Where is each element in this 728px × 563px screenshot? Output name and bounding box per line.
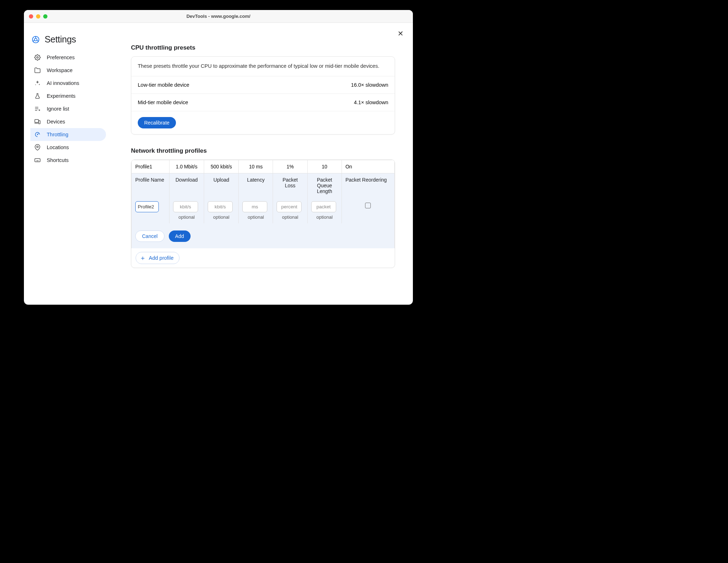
sidebar-item-workspace[interactable]: Workspace xyxy=(30,64,106,77)
pin-icon xyxy=(34,144,41,151)
add-profile-label: Add profile xyxy=(149,255,173,261)
optional-hint: optional xyxy=(173,214,200,220)
sidebar-item-devices[interactable]: Devices xyxy=(30,115,106,128)
cpu-section-title: CPU throttling presets xyxy=(131,44,395,51)
flask-icon xyxy=(34,92,41,100)
sidebar-item-label: Ignore list xyxy=(47,106,69,112)
download-input[interactable] xyxy=(173,201,198,212)
settings-header: Settings xyxy=(30,32,127,51)
svg-point-5 xyxy=(37,57,39,59)
profile-name-input[interactable] xyxy=(135,201,159,212)
preset-name: Mid-tier mobile device xyxy=(138,100,188,105)
preset-row-low-tier: Low-tier mobile device 16.0× slowdown xyxy=(131,76,395,94)
sidebar: Settings Preferences Workspace xyxy=(27,30,127,294)
new-profile-row: optional optional optional xyxy=(132,198,395,223)
sidebar-item-label: Experiments xyxy=(47,93,76,99)
preset-name: Low-tier mobile device xyxy=(138,82,189,88)
sidebar-item-preferences[interactable]: Preferences xyxy=(30,51,106,64)
col-upload: Upload xyxy=(204,173,239,198)
titlebar: DevTools - www.google.com/ xyxy=(24,10,413,23)
network-table: Profile1 1.0 Mbit/s 500 kbit/s 10 ms 1% … xyxy=(131,160,395,248)
packet-loss-cell: 1% xyxy=(273,160,307,173)
traffic-lights xyxy=(29,14,47,19)
svg-rect-11 xyxy=(35,120,39,122)
sidebar-item-experiments[interactable]: Experiments xyxy=(30,90,106,102)
latency-input[interactable] xyxy=(242,201,267,212)
download-cell: 1.0 Mbit/s xyxy=(169,160,204,173)
plus-icon: ＋ xyxy=(140,255,146,261)
cpu-description: These presets throttle your CPU to appro… xyxy=(131,57,395,76)
sidebar-item-shortcuts[interactable]: Shortcuts xyxy=(30,154,106,167)
col-profile-name: Profile Name xyxy=(132,173,170,198)
window-title: DevTools - www.google.com/ xyxy=(24,14,413,19)
add-button[interactable]: Add xyxy=(169,230,191,242)
svg-point-15 xyxy=(37,134,38,135)
content: ✕ Settings Preferences xyxy=(24,23,413,305)
preset-value: 4.1× slowdown xyxy=(354,100,388,105)
sidebar-item-label: AI innovations xyxy=(47,80,79,86)
table-row[interactable]: Profile1 1.0 Mbit/s 500 kbit/s 10 ms 1% … xyxy=(132,160,395,173)
chrome-logo-icon xyxy=(32,36,40,44)
table-header-row: Profile Name Download Upload Latency Pac… xyxy=(132,173,395,198)
maximize-window-button[interactable] xyxy=(43,14,47,19)
col-packet-loss: Packet Loss xyxy=(273,173,307,198)
speedometer-icon xyxy=(34,131,41,138)
form-actions-row: Cancel Add xyxy=(132,223,395,248)
sidebar-item-ignore-list[interactable]: Ignore list xyxy=(30,102,106,115)
recalibrate-row: Recalibrate xyxy=(131,111,395,134)
cancel-button[interactable]: Cancel xyxy=(135,230,165,242)
sparkle-icon xyxy=(34,80,41,87)
sidebar-item-ai[interactable]: AI innovations xyxy=(30,77,106,90)
latency-cell: 10 ms xyxy=(239,160,273,173)
svg-rect-12 xyxy=(39,121,40,124)
svg-line-4 xyxy=(37,40,39,41)
sidebar-item-locations[interactable]: Locations xyxy=(30,141,106,154)
sidebar-item-label: Devices xyxy=(47,119,65,125)
queue-length-input[interactable] xyxy=(311,201,336,212)
close-icon[interactable]: ✕ xyxy=(398,29,404,38)
preset-value: 16.0× slowdown xyxy=(351,82,388,88)
col-latency: Latency xyxy=(239,173,273,198)
col-queue-length: Packet Queue Length xyxy=(307,173,342,198)
network-profiles-card: Profile1 1.0 Mbit/s 500 kbit/s 10 ms 1% … xyxy=(131,159,395,268)
close-window-button[interactable] xyxy=(29,14,33,19)
keyboard-icon xyxy=(34,157,41,164)
preset-row-mid-tier: Mid-tier mobile device 4.1× slowdown xyxy=(131,94,395,111)
optional-hint: optional xyxy=(208,214,235,220)
queue-length-cell: 10 xyxy=(307,160,342,173)
list-x-icon xyxy=(34,105,41,112)
folder-icon xyxy=(34,67,41,74)
nav: Preferences Workspace AI innovations xyxy=(30,51,127,167)
optional-hint: optional xyxy=(242,214,269,220)
sidebar-item-throttling[interactable]: Throttling xyxy=(30,128,106,141)
upload-cell: 500 kbit/s xyxy=(204,160,239,173)
reordering-checkbox[interactable] xyxy=(365,203,371,208)
cpu-presets-card: These presets throttle your CPU to appro… xyxy=(131,56,395,135)
devices-icon xyxy=(34,118,41,125)
sidebar-item-label: Shortcuts xyxy=(47,157,69,163)
recalibrate-button[interactable]: Recalibrate xyxy=(138,117,176,128)
gear-icon xyxy=(34,54,41,61)
optional-hint: optional xyxy=(311,214,338,220)
sidebar-item-label: Locations xyxy=(47,144,69,150)
network-section-title: Network throttling profiles xyxy=(131,147,395,154)
upload-input[interactable] xyxy=(208,201,233,212)
add-profile-button[interactable]: ＋ Add profile xyxy=(136,252,180,264)
minimize-window-button[interactable] xyxy=(36,14,40,19)
packet-loss-input[interactable] xyxy=(277,201,302,212)
svg-line-3 xyxy=(33,40,35,41)
optional-hint: optional xyxy=(277,214,303,220)
devtools-window: DevTools - www.google.com/ ✕ Settings xyxy=(24,10,413,305)
svg-point-1 xyxy=(34,38,37,41)
col-download: Download xyxy=(169,173,204,198)
add-profile-row: ＋ Add profile xyxy=(131,248,395,268)
main-content: CPU throttling presets These presets thr… xyxy=(127,30,406,294)
svg-rect-17 xyxy=(35,159,40,162)
sidebar-item-label: Workspace xyxy=(47,67,72,73)
sidebar-item-label: Preferences xyxy=(47,55,75,60)
page-title: Settings xyxy=(45,34,76,45)
profile-name-cell: Profile1 xyxy=(132,160,170,173)
sidebar-item-label: Throttling xyxy=(47,132,68,137)
col-reordering: Packet Reordering xyxy=(342,173,394,198)
svg-point-16 xyxy=(37,146,39,148)
